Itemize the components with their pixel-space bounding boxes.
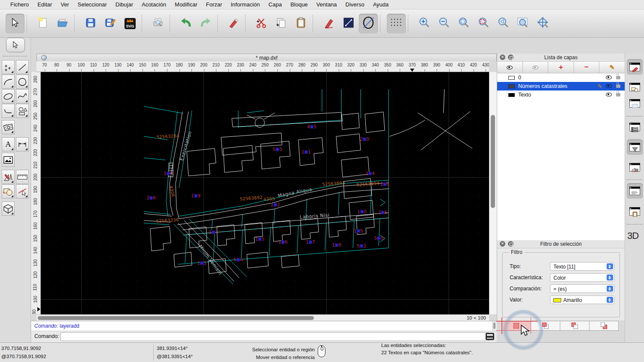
text-tool-button[interactable]: A <box>2 137 15 151</box>
save-button[interactable] <box>81 14 100 33</box>
menu-acotación[interactable]: Acotación <box>137 0 170 9</box>
redo-button[interactable] <box>196 14 215 33</box>
lock-icon[interactable] <box>616 76 620 79</box>
intersect-selection-button[interactable] <box>560 321 589 331</box>
spline-tool-button[interactable] <box>16 89 29 103</box>
modify-tools-button[interactable] <box>2 170 15 184</box>
filter-dropdown[interactable]: = (es) <box>550 284 614 293</box>
vscroll-thumb[interactable] <box>491 115 495 208</box>
canvas-vertical-scrollbar[interactable] <box>489 72 497 314</box>
command-history-scrollbar[interactable] <box>492 321 497 331</box>
shapes-tool-button[interactable] <box>16 104 29 118</box>
command-window-toggle[interactable] <box>627 183 643 199</box>
remove-from-selection-button[interactable] <box>589 321 619 331</box>
polyline-tool-button[interactable] <box>2 104 15 118</box>
dropdown-stepper-icon[interactable] <box>607 263 613 269</box>
measure-tool-button[interactable] <box>16 170 29 184</box>
hscroll-thumb[interactable] <box>38 316 314 320</box>
block-list-toggle[interactable] <box>627 79 643 95</box>
document-titlebar[interactable]: * map.dxf <box>36 54 497 61</box>
undo-button[interactable] <box>176 14 195 33</box>
paste-button[interactable] <box>292 14 310 33</box>
select-tool-button[interactable] <box>6 14 24 33</box>
zoom-selection-button[interactable] <box>474 14 493 33</box>
funnel-window-icon <box>629 143 640 151</box>
open-file-button[interactable] <box>53 14 72 33</box>
ellipse-tool-button[interactable] <box>359 14 378 33</box>
3d-mode-button[interactable]: 3D <box>627 230 638 241</box>
menu-ventana[interactable]: Ventana <box>312 0 341 9</box>
remove-layer-button[interactable]: − <box>574 62 600 73</box>
dropdown-stepper-icon[interactable] <box>607 275 613 281</box>
eye-icon[interactable] <box>606 75 612 79</box>
eye-icon[interactable] <box>606 93 612 97</box>
layer-list-toggle[interactable] <box>627 119 643 135</box>
menu-ver[interactable]: Ver <box>56 0 73 9</box>
menu-seleccionar[interactable]: Seleccionar <box>73 0 111 9</box>
save-as-button[interactable] <box>101 14 120 33</box>
add-layer-button[interactable]: + <box>548 62 574 73</box>
filter-dropdown[interactable]: Color <box>550 273 614 282</box>
new-file-button[interactable] <box>33 14 52 33</box>
lighting-toggle[interactable] <box>627 160 643 175</box>
filter-dropdown[interactable]: Texto [11] <box>550 262 614 271</box>
show-all-layers-button[interactable] <box>497 62 523 73</box>
menu-diverso[interactable]: Diverso <box>341 0 369 9</box>
copy-button[interactable] <box>272 14 291 33</box>
zoom-out-button[interactable] <box>434 14 453 33</box>
clipboard-panel-toggle[interactable] <box>627 204 643 219</box>
lock-icon[interactable] <box>616 84 620 88</box>
view-list-toggle[interactable] <box>627 96 643 111</box>
line-tool-button[interactable] <box>339 14 358 33</box>
zoom-in-button[interactable] <box>415 14 434 33</box>
dimension-tool-button[interactable] <box>16 137 29 151</box>
arc-tool-button[interactable] <box>2 75 15 89</box>
circle-tool-button[interactable] <box>16 75 29 89</box>
layer-row[interactable]: Texto <box>497 90 625 99</box>
filter-dropdown[interactable]: Amarillo <box>550 296 614 304</box>
grid-toggle-button[interactable] <box>387 14 406 33</box>
layer-row[interactable]: Números catastrales✎ <box>497 82 625 90</box>
ellipse-tool-palette-button[interactable] <box>2 89 15 103</box>
menu-modificar[interactable]: Modificar <box>170 0 202 9</box>
zoom-pan-button[interactable] <box>533 14 552 33</box>
menu-información[interactable]: Información <box>226 0 264 9</box>
canvas-horizontal-scrollbar[interactable]: 10 < 100 <box>36 314 489 321</box>
menu-forzar[interactable]: Forzar <box>202 0 227 9</box>
selection-filter-toggle[interactable] <box>627 139 643 155</box>
add-to-selection-button[interactable] <box>531 321 560 331</box>
dropdown-stepper-icon[interactable] <box>607 286 613 292</box>
point-tool-button[interactable] <box>2 60 15 74</box>
line-tool-palette-button[interactable] <box>16 60 29 74</box>
menu-fichero[interactable]: Fichero <box>6 0 33 9</box>
menu-ayuda[interactable]: Ayuda <box>369 0 393 9</box>
menu-editar[interactable]: Editar <box>33 0 56 9</box>
draw-pencil-button[interactable] <box>319 14 338 33</box>
cut-button[interactable] <box>252 14 271 33</box>
edit-layer-button[interactable]: ✎ <box>599 62 625 73</box>
3d-tool-button[interactable] <box>2 202 15 216</box>
image-tool-button[interactable] <box>2 153 15 167</box>
lock-icon[interactable] <box>616 93 620 97</box>
svg-export-button[interactable]: SVG <box>121 14 140 33</box>
dropdown-stepper-icon[interactable] <box>607 297 613 303</box>
print-preview-button[interactable] <box>149 14 167 33</box>
delete-button[interactable] <box>224 14 243 33</box>
hide-all-layers-button[interactable] <box>523 62 549 73</box>
zoom-auto-button[interactable] <box>454 14 473 33</box>
command-input[interactable] <box>61 332 489 341</box>
trim-tool-button[interactable] <box>16 184 29 199</box>
hatch-tool-button[interactable] <box>2 120 15 134</box>
eye-icon[interactable] <box>606 84 612 88</box>
zoom-window-button[interactable] <box>513 14 532 33</box>
menu-bloque[interactable]: Bloque <box>286 0 312 9</box>
drawing-canvas[interactable]: ExercitationMagna AliquaLaboris NisiMini… <box>41 72 489 314</box>
layer-row[interactable]: 0 <box>497 73 625 82</box>
boolean-tool-button[interactable] <box>2 184 15 199</box>
menu-dibujar[interactable]: Dibujar <box>111 0 137 9</box>
zoom-previous-button[interactable] <box>494 14 513 33</box>
property-editor-toggle[interactable] <box>627 59 643 75</box>
menu-capa[interactable]: Capa <box>264 0 286 9</box>
selection-tool-button[interactable] <box>6 38 25 52</box>
keyboard-icon[interactable] <box>486 333 494 340</box>
